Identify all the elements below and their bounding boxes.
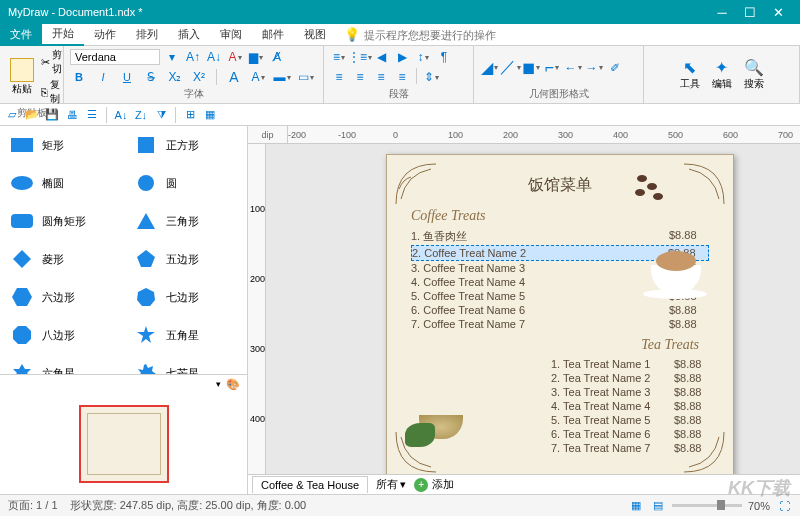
line-icon[interactable]: ／▾: [501, 59, 519, 77]
menu-item[interactable]: 2. Tea Treat Name 2$8.88: [551, 371, 709, 385]
arrow-start-icon[interactable]: ←▾: [564, 59, 582, 77]
fill-icon[interactable]: ◢▾: [480, 59, 498, 77]
font-color-icon[interactable]: A▾: [226, 48, 244, 66]
tab-action[interactable]: 动作: [84, 24, 126, 46]
subscript-icon[interactable]: X₂: [166, 68, 184, 86]
shape-roundrect[interactable]: 圆角矩形: [0, 202, 124, 240]
copy-button[interactable]: ⎘复制: [41, 78, 62, 106]
shape-list[interactable]: 矩形正方形 椭圆圆 圆角矩形三角形 菱形五边形 六边形七边形 八边形五角星 六角…: [0, 126, 247, 374]
view-mode-icon[interactable]: ▦: [628, 498, 644, 514]
print-icon[interactable]: 🖶: [64, 107, 80, 123]
add-tab-button[interactable]: +添加: [414, 477, 454, 492]
open-icon[interactable]: 📂: [24, 107, 40, 123]
canvas-viewport[interactable]: 饭馆菜单 Coffee Treats 1. 鱼香肉丝$8.882. Coffee…: [266, 144, 800, 474]
close-button[interactable]: ✕: [764, 5, 792, 20]
shrink-font-icon[interactable]: A↓: [205, 48, 223, 66]
save-icon[interactable]: 💾: [44, 107, 60, 123]
italic-icon[interactable]: I: [94, 68, 112, 86]
edit-button[interactable]: ✦ 编辑: [712, 58, 732, 91]
text-orient-icon[interactable]: A▾: [249, 68, 267, 86]
menu-item[interactable]: 7. Tea Treat Name 7$8.88: [551, 441, 709, 455]
shape-heptagon[interactable]: 七边形: [124, 278, 248, 316]
menu-item[interactable]: 5. Tea Treat Name 5$8.88: [551, 413, 709, 427]
shadow-icon[interactable]: ◼▾: [522, 59, 540, 77]
search-button[interactable]: 🔍 搜索: [744, 58, 764, 91]
menu-item[interactable]: 6. Coffee Treat Name 6$8.88: [411, 303, 709, 317]
page-thumbnail[interactable]: [79, 405, 169, 483]
grid-icon[interactable]: ⊞: [182, 107, 198, 123]
vertical-align-icon[interactable]: ⇕▾: [422, 68, 440, 86]
sort-az-icon[interactable]: A↓: [113, 107, 129, 123]
document-page[interactable]: 饭馆菜单 Coffee Treats 1. 鱼香肉丝$8.882. Coffee…: [386, 154, 734, 474]
grow-font-icon[interactable]: A↑: [184, 48, 202, 66]
text-fill-icon[interactable]: ▬▾: [273, 68, 291, 86]
align-left-icon[interactable]: ≡: [330, 68, 348, 86]
tell-me-search[interactable]: 💡: [336, 27, 800, 42]
shape-rectangle[interactable]: 矩形: [0, 126, 124, 164]
view-icon[interactable]: ▦: [202, 107, 218, 123]
cut-button[interactable]: ✂剪切: [41, 48, 62, 76]
shape-hexagon[interactable]: 六边形: [0, 278, 124, 316]
bullets-icon[interactable]: ≡▾: [330, 48, 348, 66]
paragraph-mark-icon[interactable]: ¶: [435, 48, 453, 66]
text-caps-icon[interactable]: A: [225, 68, 243, 86]
corner-icon[interactable]: ⌐▾: [543, 59, 561, 77]
tab-review[interactable]: 审阅: [210, 24, 252, 46]
shape-star7[interactable]: 七芒星: [124, 354, 248, 374]
strike-icon[interactable]: S̶: [142, 68, 160, 86]
view-mode2-icon[interactable]: ▤: [650, 498, 666, 514]
zoom-slider[interactable]: [672, 504, 742, 507]
shape-ellipse[interactable]: 椭圆: [0, 164, 124, 202]
text-effects-icon[interactable]: ▭▾: [297, 68, 315, 86]
indent-icon[interactable]: ▶: [393, 48, 411, 66]
shape-triangle[interactable]: 三角形: [124, 202, 248, 240]
shape-circle[interactable]: 圆: [124, 164, 248, 202]
menu-item[interactable]: 4. Tea Treat Name 4$8.88: [551, 399, 709, 413]
minimize-button[interactable]: ─: [708, 5, 736, 20]
sort-za-icon[interactable]: Z↓: [133, 107, 149, 123]
doc-tab[interactable]: Coffee & Tea House: [252, 476, 368, 493]
menu-item[interactable]: 3. Tea Treat Name 3$8.88: [551, 385, 709, 399]
new-icon[interactable]: ▱: [4, 107, 20, 123]
file-menu[interactable]: 文件: [0, 24, 42, 46]
shape-star5[interactable]: 五角星: [124, 316, 248, 354]
menu-item[interactable]: 1. Tea Treat Name 1$8.88: [551, 357, 709, 371]
tab-home[interactable]: 开始: [42, 24, 84, 46]
palette-icon[interactable]: 🎨: [225, 376, 241, 392]
align-right-icon[interactable]: ≡: [372, 68, 390, 86]
align-center-icon[interactable]: ≡: [351, 68, 369, 86]
highlight-icon[interactable]: ▆▾: [247, 48, 265, 66]
zoom-fit-icon[interactable]: ⛶: [776, 498, 792, 514]
paste-button[interactable]: 粘贴: [6, 58, 38, 96]
tab-arrange[interactable]: 排列: [126, 24, 168, 46]
search-input[interactable]: [364, 29, 564, 41]
underline-icon[interactable]: U: [118, 68, 136, 86]
font-size-selector[interactable]: ▾: [163, 48, 181, 66]
outdent-icon[interactable]: ◀: [372, 48, 390, 66]
superscript-icon[interactable]: X²: [190, 68, 208, 86]
clear-format-icon[interactable]: A̸: [268, 48, 286, 66]
list-icon[interactable]: ☰: [84, 107, 100, 123]
maximize-button[interactable]: ☐: [736, 5, 764, 20]
svg-point-2: [11, 176, 33, 190]
filter-icon[interactable]: ⧩: [153, 107, 169, 123]
justify-icon[interactable]: ≡: [393, 68, 411, 86]
shape-pentagon[interactable]: 五边形: [124, 240, 248, 278]
font-selector[interactable]: Verdana: [70, 49, 160, 65]
numbering-icon[interactable]: ⋮≡▾: [351, 48, 369, 66]
shape-square[interactable]: 正方形: [124, 126, 248, 164]
tools-button[interactable]: ⬉ 工具: [680, 58, 700, 91]
tab-view[interactable]: 视图: [294, 24, 336, 46]
shape-diamond[interactable]: 菱形: [0, 240, 124, 278]
shape-octagon[interactable]: 八边形: [0, 316, 124, 354]
line-spacing-icon[interactable]: ↕▾: [414, 48, 432, 66]
eyedropper-icon[interactable]: ✐: [606, 59, 624, 77]
tab-insert[interactable]: 插入: [168, 24, 210, 46]
bold-icon[interactable]: B: [70, 68, 88, 86]
menu-item[interactable]: 1. 鱼香肉丝$8.88: [411, 228, 709, 245]
shape-star6[interactable]: 六角星: [0, 354, 124, 374]
tab-mail[interactable]: 邮件: [252, 24, 294, 46]
menu-item[interactable]: 7. Coffee Treat Name 7$8.88: [411, 317, 709, 331]
arrow-end-icon[interactable]: →▾: [585, 59, 603, 77]
menu-item[interactable]: 6. Tea Treat Name 6$8.88: [551, 427, 709, 441]
